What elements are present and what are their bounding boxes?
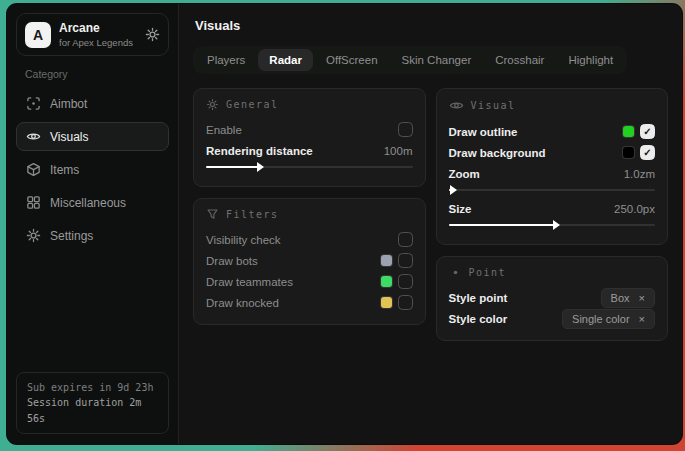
sidebar-item-aimbot[interactable]: Aimbot [16,89,169,118]
slider-rendering-distance[interactable] [206,166,413,168]
sidebar-item-visuals[interactable]: Visuals [16,122,169,151]
category-label: Category [25,68,160,80]
label-rendering-distance: Rendering distance [206,145,313,157]
sub-expiry-text: Sub expires in 9d 23h [27,380,158,396]
row-draw-background: Draw background✓ [449,142,656,163]
color-swatch-draw-background[interactable] [623,147,634,158]
label-style-point: Style point [449,292,508,304]
slider-fill [449,224,556,226]
panel-filters: FiltersVisibility checkDraw botsDraw tea… [193,198,426,325]
checkbox-draw-outline[interactable]: ✓ [640,124,655,139]
eye-icon [26,129,41,144]
sidebar-item-settings[interactable]: Settings [16,221,169,250]
row-draw-outline: Draw outline✓ [449,121,656,142]
crosshair-icon [26,96,41,111]
tab-crosshair[interactable]: Crosshair [484,49,555,71]
label-draw-outline: Draw outline [449,126,518,138]
checkbox-draw-bots[interactable] [398,253,413,268]
label-size: Size [449,203,472,215]
panel-general: GeneralEnableRendering distance100m [193,88,426,187]
checkbox-draw-knocked[interactable] [398,295,413,310]
label-draw-knocked: Draw knocked [206,297,279,309]
sidebar-item-items[interactable]: Items [16,155,169,184]
slider-thumb[interactable] [553,220,560,230]
value-rendering-distance: 100m [384,145,413,157]
sun-icon [206,98,219,111]
label-zoom: Zoom [449,168,480,180]
controls-size: 250.0px [614,203,655,215]
controls-draw-bots [381,253,413,268]
gear-icon[interactable] [145,27,160,42]
color-swatch-draw-outline[interactable] [623,126,634,137]
checkbox-enable[interactable] [398,122,413,137]
app-logo: A [25,22,51,48]
color-swatch-draw-bots[interactable] [381,255,392,266]
panel-title: Point [469,267,507,278]
label-enable: Enable [206,124,242,136]
sidebar-item-miscellaneous[interactable]: Miscellaneous [16,188,169,217]
funnel-icon [206,208,219,221]
tab-radar[interactable]: Radar [258,49,313,71]
subscription-info-box: Sub expires in 9d 23h Session duration 2… [16,372,169,435]
tab-skin-changer[interactable]: Skin Changer [391,49,483,71]
select-style-point[interactable]: Box× [601,288,655,308]
sidebar: A Arcane for Apex Legends Category Aimbo… [7,4,179,444]
slider-zoom[interactable] [449,189,656,191]
sidebar-item-label: Visuals [50,130,88,144]
tab-players[interactable]: Players [196,49,256,71]
row-zoom: Zoom1.0zm [449,163,656,184]
panel-general-header: General [206,98,413,111]
controls-draw-teammates [381,274,413,289]
app-title: Arcane [59,21,133,35]
controls-visibility-check [398,232,413,247]
controls-zoom: 1.0zm [624,168,655,180]
panel-title: General [226,99,279,110]
panel-point: PointStyle pointBox×Style colorSingle co… [436,256,669,341]
value-zoom: 1.0zm [624,168,655,180]
sidebar-item-label: Aimbot [50,97,87,111]
tab-bar: PlayersRadarOffScreenSkin ChangerCrossha… [193,46,627,74]
row-size: Size250.0px [449,198,656,219]
controls-draw-background: ✓ [623,145,655,160]
color-swatch-draw-teammates[interactable] [381,276,392,287]
slider-size[interactable] [449,224,656,226]
label-visibility-check: Visibility check [206,234,281,246]
slider-fill [206,166,260,168]
row-visibility-check: Visibility check [206,229,413,250]
panel-grid: GeneralEnableRendering distance100mFilte… [193,88,668,341]
color-swatch-draw-knocked[interactable] [381,297,392,308]
checkbox-visibility-check[interactable] [398,232,413,247]
sidebar-item-label: Settings [50,229,93,243]
dot-icon [449,266,462,279]
clear-icon[interactable]: × [639,313,645,325]
brand-header: A Arcane for Apex Legends [16,13,169,56]
gear-icon [26,228,41,243]
row-style-point: Style pointBox× [449,287,656,308]
main-content: Visuals PlayersRadarOffScreenSkin Change… [179,4,682,444]
slider-thumb[interactable] [450,185,457,195]
grid-icon [26,195,41,210]
sidebar-item-label: Items [50,163,79,177]
checkbox-draw-teammates[interactable] [398,274,413,289]
controls-rendering-distance: 100m [384,145,413,157]
controls-draw-outline: ✓ [623,124,655,139]
brand-text: Arcane for Apex Legends [59,21,133,48]
controls-enable [398,122,413,137]
page-title: Visuals [195,18,668,33]
left-column: GeneralEnableRendering distance100mFilte… [193,88,426,325]
row-style-color: Style colorSingle color× [449,308,656,329]
select-style-color[interactable]: Single color× [562,309,655,329]
checkbox-draw-background[interactable]: ✓ [640,145,655,160]
clear-icon[interactable]: × [639,292,645,304]
label-draw-background: Draw background [449,147,546,159]
session-duration-text: Session duration 2m 56s [27,395,158,426]
panel-visual-header: Visual [449,98,656,113]
row-draw-teammates: Draw teammates [206,271,413,292]
eye-icon [449,98,464,113]
sidebar-nav: AimbotVisualsItemsMiscellaneousSettings [16,87,169,252]
tab-offscreen[interactable]: OffScreen [315,49,389,71]
tab-highlight[interactable]: Highlight [557,49,624,71]
panel-point-header: Point [449,266,656,279]
package-icon [26,162,41,177]
slider-thumb[interactable] [257,162,264,172]
